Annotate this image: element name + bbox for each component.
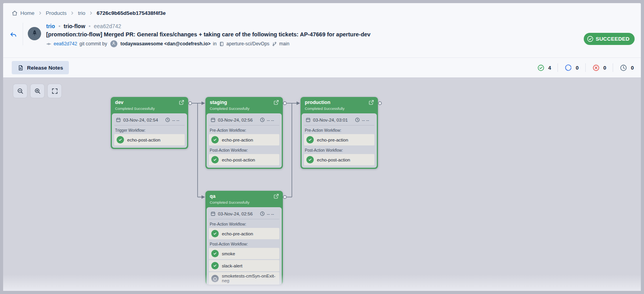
workflow-name: slack-alert — [222, 264, 242, 268]
env-node-header: staging Completed Successfully — [207, 97, 282, 113]
workflow-item[interactable]: echo-pre-action — [304, 134, 374, 145]
success-check-icon — [211, 262, 219, 269]
flow-canvas[interactable]: dev Completed Successfully 03-Nov-24, 02… — [3, 77, 641, 291]
person-icon — [112, 41, 116, 47]
commit-sha-link[interactable]: eea62d742 — [54, 41, 77, 47]
env-node-header: qa Completed Successfully — [207, 191, 282, 207]
stat-running-count: 0 — [576, 65, 579, 71]
commit-details-line: eea62d742 git commit by todaywasawesome … — [46, 40, 371, 47]
workflow-item[interactable]: echo-post-action — [304, 154, 374, 165]
env-node-body: 03-Nov-24, 02:54 -- -- Trigger Workflow:… — [112, 113, 187, 148]
env-node-dev[interactable]: dev Completed Successfully 03-Nov-24, 02… — [111, 97, 188, 149]
workflow-section-label: Post-Action Workflow: — [210, 148, 279, 152]
spinner-icon — [565, 64, 572, 72]
env-duration-group: -- -- — [165, 117, 180, 122]
breadcrumb-products[interactable]: Products — [46, 10, 67, 16]
breadcrumb-release-id: 6726c9b65d5eb175438f4f3e — [97, 10, 165, 16]
product-link[interactable]: trio — [46, 23, 55, 29]
external-link-icon[interactable] — [273, 100, 279, 107]
env-duration-group: -- -- — [355, 117, 369, 122]
fit-view-icon — [51, 88, 58, 95]
release-title-line: trio trio-flow eea62d742 — [46, 23, 371, 29]
x-circle-icon — [592, 64, 600, 72]
release-commit-message: [promotion:trio-flow] Merged PR: General… — [46, 31, 371, 38]
check-circle-icon — [586, 35, 594, 43]
workflow-name: echo-post-action — [222, 158, 255, 162]
stat-failed-count: 0 — [603, 65, 606, 71]
release-notes-button[interactable]: Release Notes — [12, 61, 69, 74]
home-icon — [12, 10, 18, 16]
success-check-icon — [117, 136, 124, 143]
status-badge: SUCCEEDED — [584, 33, 635, 45]
dot-separator — [59, 25, 60, 27]
external-link-icon[interactable] — [369, 100, 374, 107]
env-node-staging[interactable]: staging Completed Successfully 03-Nov-24… — [205, 97, 283, 169]
workflow-item[interactable]: echo-post-action — [209, 154, 279, 165]
stat-succeeded: 4 — [531, 64, 558, 72]
commit-repo: aperture-sci/DevOps — [227, 41, 270, 47]
stat-succeeded-count: 4 — [548, 65, 551, 71]
env-date: 03-Nov-24, 03:01 — [313, 118, 348, 122]
workflow-section-label: Post-Action Workflow: — [305, 148, 374, 152]
external-link-icon[interactable] — [273, 194, 279, 201]
breadcrumb-product-trio[interactable]: trio — [78, 10, 85, 16]
env-name: qa — [210, 194, 279, 199]
env-node-body: 03-Nov-24, 03:01 -- -- Pre-Action Workfl… — [302, 113, 377, 168]
env-date-row: 03-Nov-24, 02:54 -- -- — [114, 115, 185, 125]
release-header: trio trio-flow eea62d742 [promotion:trio… — [9, 21, 635, 47]
fit-view-button[interactable] — [48, 84, 61, 98]
zoom-out-icon — [17, 88, 24, 95]
calendar-icon — [210, 211, 216, 216]
breadcrumb-products-label: Products — [46, 10, 67, 16]
zoom-in-button[interactable] — [31, 84, 44, 98]
clock-icon — [260, 117, 265, 122]
workflow-item[interactable]: smoketests-cmSyn-onExit-neg — [209, 272, 279, 285]
env-status: Completed Successfully — [210, 106, 279, 111]
dot-separator — [89, 25, 90, 27]
success-check-icon — [306, 136, 314, 143]
breadcrumb-home[interactable]: Home — [12, 10, 34, 16]
success-check-icon — [211, 156, 219, 163]
zoom-controls — [13, 84, 61, 98]
workflow-section-label: Pre-Action Workflow: — [210, 128, 279, 133]
success-check-icon — [211, 136, 219, 143]
chevron-right-icon — [89, 11, 93, 15]
workflow-section-label: Pre-Action Workflow: — [210, 222, 279, 226]
back-button[interactable] — [9, 30, 18, 41]
env-node-production[interactable]: production Completed Successfully 03-Nov… — [300, 97, 378, 169]
zoom-out-button[interactable] — [13, 84, 27, 98]
workflow-item[interactable]: echo-pre-action — [209, 228, 279, 239]
back-icon — [9, 31, 17, 40]
workflow-item[interactable]: echo-pre-action — [209, 134, 279, 145]
env-node-qa[interactable]: qa Completed Successfully 03-Nov-24, 02:… — [205, 191, 283, 285]
env-name: staging — [210, 100, 279, 105]
env-duration-group: -- -- — [260, 211, 274, 216]
workflow-item[interactable]: echo-post-action — [114, 134, 185, 145]
env-node-body: 03-Nov-24, 02:56 -- -- Pre-Action Workfl… — [207, 207, 282, 285]
env-status: Completed Successfully — [210, 200, 279, 204]
env-node-body: 03-Nov-24, 02:56 -- -- Pre-Action Workfl… — [207, 113, 282, 168]
workflow-section-label: Post-Action Workflow: — [210, 242, 279, 246]
pending-status-icon — [211, 275, 219, 282]
toolbar: Release Notes 4 0 — [3, 58, 641, 77]
env-date: 03-Nov-24, 02:56 — [218, 118, 253, 122]
workflow-name: echo-pre-action — [222, 231, 253, 236]
stat-running: 0 — [558, 64, 585, 72]
release-notes-label: Release Notes — [27, 65, 63, 71]
workflow-item[interactable]: smoke — [209, 248, 279, 259]
env-name: dev — [115, 100, 184, 105]
external-link-icon[interactable] — [179, 100, 184, 107]
env-date-row: 03-Nov-24, 02:56 -- -- — [209, 209, 279, 219]
env-duration: -- -- — [172, 118, 180, 122]
calendar-icon — [306, 117, 311, 122]
breadcrumb-home-label: Home — [20, 10, 34, 16]
workflow-name: smoketests-cmSyn-onExit-neg — [222, 274, 277, 283]
commit-in-label: in — [213, 41, 216, 47]
env-date-row: 03-Nov-24, 02:56 -- -- — [209, 115, 279, 125]
author-avatar — [110, 40, 117, 47]
workflow-stats: 4 0 0 — [531, 63, 635, 72]
workflow-item[interactable]: slack-alert — [209, 260, 279, 271]
env-status: Completed Successfully — [115, 106, 184, 111]
release-sha: eea62d742 — [94, 23, 121, 29]
env-duration: -- -- — [267, 118, 274, 122]
